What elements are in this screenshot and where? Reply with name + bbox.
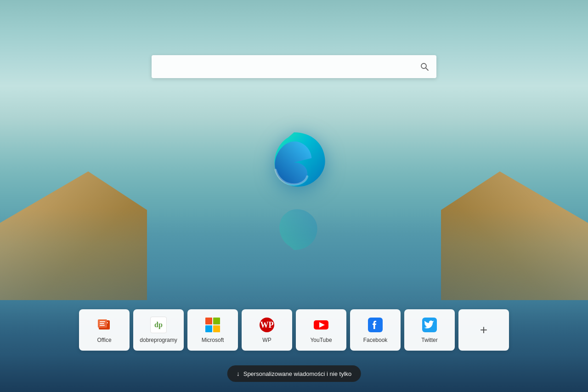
ms-q1: [205, 318, 212, 324]
facebook-label: Facebook: [363, 337, 388, 343]
facebook-icon: [367, 317, 384, 333]
ms-q3: [205, 325, 212, 332]
search-container: [152, 55, 436, 78]
quick-link-office[interactable]: Office: [79, 309, 130, 351]
dobreprogramy-label: dobreprogramy: [140, 337, 177, 343]
microsoft-label: Microsoft: [202, 337, 224, 343]
add-icon: +: [475, 322, 492, 338]
quick-link-facebook[interactable]: Facebook: [350, 309, 401, 351]
svg-rect-8: [100, 321, 105, 322]
dp-icon: dp: [150, 317, 167, 333]
svg-line-1: [426, 68, 428, 70]
twitter-icon: [421, 317, 438, 333]
wp-label: WP: [262, 337, 271, 343]
search-icon: [420, 62, 429, 71]
quick-link-add[interactable]: +: [458, 309, 509, 351]
office-icon: [96, 317, 113, 333]
wp-icon: WP: [259, 317, 275, 333]
youtube-icon: [313, 317, 329, 333]
dp-icon-text: dp: [150, 317, 167, 333]
quick-link-twitter[interactable]: Twitter: [404, 309, 455, 351]
youtube-label: YouTube: [310, 337, 332, 343]
quick-link-wp[interactable]: WP WP: [242, 309, 292, 351]
svg-point-0: [421, 63, 426, 68]
edge-reflection: [257, 198, 331, 253]
ms-q4: [213, 325, 220, 332]
edge-logo: [257, 129, 331, 202]
notification-arrow: ↓: [237, 370, 240, 377]
twitter-label: Twitter: [421, 337, 437, 343]
quick-links: Office dp dobreprogramy Microsoft WP WP: [79, 309, 509, 351]
quick-link-microsoft[interactable]: Microsoft: [187, 309, 238, 351]
notification-text: Spersonalizowane wiadomości i nie tylko: [243, 370, 352, 377]
search-button[interactable]: [418, 60, 431, 73]
office-label: Office: [97, 337, 111, 343]
ms-q2: [213, 318, 220, 324]
search-input[interactable]: [152, 55, 436, 78]
edge-logo-svg: [257, 129, 331, 202]
quick-link-dobreprogramy[interactable]: dp dobreprogramy: [133, 309, 184, 351]
svg-rect-10: [100, 325, 105, 326]
bottom-notification[interactable]: ↓ Spersonalizowane wiadomości i nie tylk…: [227, 365, 361, 382]
svg-text:WP: WP: [260, 320, 274, 330]
ms-grid: [205, 318, 220, 332]
quick-link-youtube[interactable]: YouTube: [296, 309, 346, 351]
svg-rect-9: [100, 323, 104, 324]
microsoft-icon: [204, 317, 221, 333]
edge-reflection-svg: [257, 198, 331, 253]
